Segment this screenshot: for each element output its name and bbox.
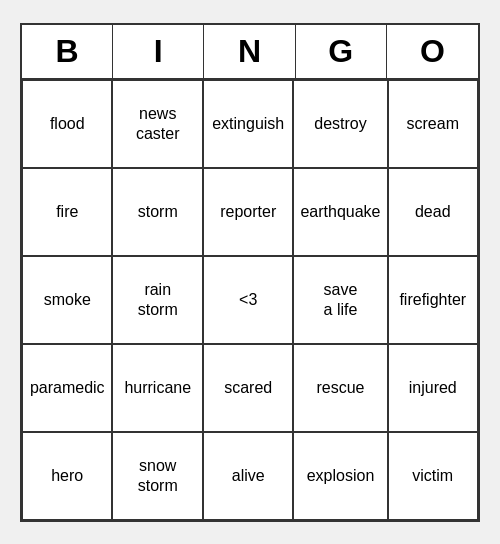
header-letter-i: I — [113, 25, 204, 78]
bingo-cell-17: scared — [203, 344, 293, 432]
bingo-cell-text-18: rescue — [316, 378, 364, 397]
bingo-cell-text-8: earthquake — [300, 202, 380, 221]
bingo-cell-4: scream — [388, 80, 478, 168]
header-letter-n: N — [204, 25, 295, 78]
bingo-cell-11: rainstorm — [112, 256, 202, 344]
bingo-cell-text-24: victim — [412, 466, 453, 485]
bingo-cell-text-20: hero — [51, 466, 83, 485]
bingo-cell-text-14: firefighter — [399, 290, 466, 309]
bingo-cell-2: extinguish — [203, 80, 293, 168]
bingo-cell-text-17: scared — [224, 378, 272, 397]
bingo-cell-23: explosion — [293, 432, 387, 520]
bingo-cell-text-0: flood — [50, 114, 85, 133]
bingo-cell-text-2: extinguish — [212, 114, 284, 133]
bingo-cell-text-9: dead — [415, 202, 451, 221]
bingo-cell-16: hurricane — [112, 344, 202, 432]
header-letter-b: B — [22, 25, 113, 78]
bingo-cell-text-10: smoke — [44, 290, 91, 309]
bingo-cell-8: earthquake — [293, 168, 387, 256]
bingo-card: BINGO floodnewscasterextinguishdestroysc… — [20, 23, 480, 522]
bingo-cell-text-19: injured — [409, 378, 457, 397]
bingo-cell-text-16: hurricane — [124, 378, 191, 397]
bingo-cell-7: reporter — [203, 168, 293, 256]
bingo-cell-12: <3 — [203, 256, 293, 344]
bingo-cell-text-7: reporter — [220, 202, 276, 221]
bingo-cell-text-3: destroy — [314, 114, 366, 133]
bingo-cell-21: snowstorm — [112, 432, 202, 520]
bingo-cell-0: flood — [22, 80, 112, 168]
bingo-cell-text-15: paramedic — [30, 378, 105, 397]
bingo-cell-text-6: storm — [138, 202, 178, 221]
bingo-cell-20: hero — [22, 432, 112, 520]
bingo-cell-text-13: savea life — [324, 280, 358, 318]
bingo-cell-text-21: snowstorm — [138, 456, 178, 494]
bingo-cell-text-11: rainstorm — [138, 280, 178, 318]
bingo-cell-text-12: <3 — [239, 290, 257, 309]
header-letter-g: G — [296, 25, 387, 78]
bingo-cell-24: victim — [388, 432, 478, 520]
bingo-cell-15: paramedic — [22, 344, 112, 432]
bingo-cell-9: dead — [388, 168, 478, 256]
bingo-cell-14: firefighter — [388, 256, 478, 344]
bingo-cell-text-22: alive — [232, 466, 265, 485]
bingo-cell-6: storm — [112, 168, 202, 256]
bingo-cell-text-5: fire — [56, 202, 78, 221]
bingo-cell-3: destroy — [293, 80, 387, 168]
bingo-header: BINGO — [22, 25, 478, 80]
bingo-cell-text-1: newscaster — [136, 104, 180, 142]
bingo-cell-19: injured — [388, 344, 478, 432]
bingo-cell-text-23: explosion — [307, 466, 375, 485]
bingo-cell-5: fire — [22, 168, 112, 256]
header-letter-o: O — [387, 25, 478, 78]
bingo-cell-18: rescue — [293, 344, 387, 432]
bingo-cell-1: newscaster — [112, 80, 202, 168]
bingo-grid: floodnewscasterextinguishdestroyscreamfi… — [22, 80, 478, 520]
bingo-cell-22: alive — [203, 432, 293, 520]
bingo-cell-13: savea life — [293, 256, 387, 344]
bingo-cell-text-4: scream — [407, 114, 459, 133]
bingo-cell-10: smoke — [22, 256, 112, 344]
